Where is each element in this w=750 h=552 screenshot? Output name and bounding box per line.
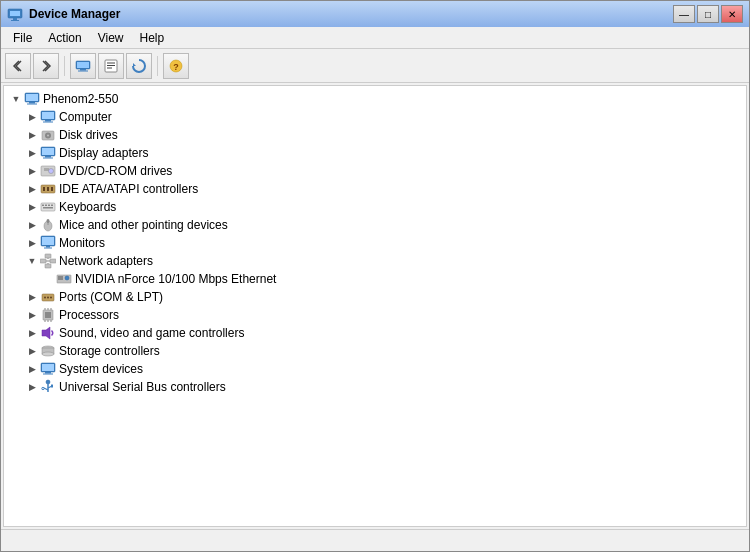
menu-file[interactable]: File [5, 29, 40, 47]
window-title: Device Manager [29, 7, 120, 21]
svg-rect-50 [45, 264, 51, 268]
expander-dvdcdrom[interactable]: ▶ [24, 163, 40, 179]
tree-node-mice[interactable]: ▶ Mice and other pointing devices [4, 216, 746, 234]
expander-root[interactable]: ▼ [8, 91, 24, 107]
svg-marker-71 [42, 327, 50, 339]
monitor-icon [40, 235, 56, 251]
expander-computer[interactable]: ▶ [24, 109, 40, 125]
help-button[interactable]: ? [163, 53, 189, 79]
svg-rect-30 [44, 168, 49, 171]
svg-rect-26 [42, 148, 54, 155]
tree-node-nvidia[interactable]: ▶ NVIDIA nForce 10/100 Mbps Ethernet [4, 270, 746, 288]
svg-rect-51 [40, 259, 46, 263]
scan-button[interactable] [126, 53, 152, 79]
toolbar-separator-1 [64, 56, 65, 76]
close-button[interactable]: ✕ [721, 5, 743, 23]
tree-node-ideata[interactable]: ▶ IDE ATA/ATAPI controllers [4, 180, 746, 198]
node-label-ports: Ports (COM & LPT) [59, 290, 163, 304]
tree-node-processors[interactable]: ▶ Processors [4, 306, 746, 324]
node-label-dvdcdrom: DVD/CD-ROM drives [59, 164, 172, 178]
svg-rect-46 [42, 237, 54, 245]
svg-rect-3 [11, 20, 19, 21]
menu-view[interactable]: View [90, 29, 132, 47]
toolbar: ? [1, 49, 749, 83]
tree-node-computer[interactable]: ▶ Computer [4, 108, 746, 126]
node-label-nvidia: NVIDIA nForce 10/100 Mbps Ethernet [75, 272, 276, 286]
expander-diskdrives[interactable]: ▶ [24, 127, 40, 143]
node-label-usb: Universal Serial Bus controllers [59, 380, 226, 394]
tree-node-diskdrives[interactable]: ▶ Disk drives [4, 126, 746, 144]
back-button[interactable] [5, 53, 31, 79]
expander-mice[interactable]: ▶ [24, 217, 40, 233]
expander-keyboards[interactable]: ▶ [24, 199, 40, 215]
expander-sound[interactable]: ▶ [24, 325, 40, 341]
svg-rect-57 [58, 276, 63, 280]
svg-rect-2 [13, 18, 17, 20]
tree-node-monitors[interactable]: ▶ Monitors [4, 234, 746, 252]
svg-rect-7 [78, 70, 88, 71]
svg-point-61 [47, 297, 49, 299]
tree-node-displayadapters[interactable]: ▶ Display adapters [4, 144, 746, 162]
tree-node-ports[interactable]: ▶ Ports (COM & LPT) [4, 288, 746, 306]
svg-rect-47 [46, 246, 50, 248]
expander-networkadapters[interactable]: ▼ [24, 253, 40, 269]
device-tree[interactable]: ▼ Phenom2-550 ▶ Computer ▶ [3, 85, 747, 527]
svg-rect-83 [51, 385, 53, 388]
node-label-networkadapters: Network adapters [59, 254, 153, 268]
tree-node-networkadapters[interactable]: ▼ Network adapters [4, 252, 746, 270]
usb-icon [40, 379, 56, 395]
dvd-icon [40, 163, 56, 179]
svg-rect-77 [45, 372, 51, 374]
svg-rect-78 [43, 374, 53, 375]
svg-rect-15 [26, 94, 38, 101]
tree-node-system[interactable]: ▶ System devices [4, 360, 746, 378]
display-icon [40, 145, 56, 161]
expander-ports[interactable]: ▶ [24, 289, 40, 305]
keyboard-icon [40, 199, 56, 215]
tree-node-sound[interactable]: ▶ Sound, video and game controllers [4, 324, 746, 342]
storage-icon [40, 343, 56, 359]
toolbar-separator-2 [157, 56, 158, 76]
computer-button[interactable] [70, 53, 96, 79]
networkcard-icon [56, 271, 72, 287]
menu-bar: File Action View Help [1, 27, 749, 49]
expander-processors[interactable]: ▶ [24, 307, 40, 323]
svg-point-74 [42, 352, 54, 356]
expander-monitors[interactable]: ▶ [24, 235, 40, 251]
minimize-button[interactable]: — [673, 5, 695, 23]
svg-rect-39 [48, 205, 50, 207]
device-manager-window: Device Manager — □ ✕ File Action View He… [0, 0, 750, 552]
svg-rect-49 [45, 254, 51, 258]
svg-rect-34 [47, 187, 49, 191]
tree-node-usb[interactable]: ▶ Universal Serial Bus controllers [4, 378, 746, 396]
svg-rect-76 [42, 364, 54, 371]
svg-rect-5 [77, 62, 89, 68]
svg-rect-37 [42, 205, 44, 207]
svg-point-44 [47, 219, 50, 223]
expander-displayadapters[interactable]: ▶ [24, 145, 40, 161]
tree-node-storage[interactable]: ▶ Storage controllers [4, 342, 746, 360]
status-bar [1, 529, 749, 551]
svg-rect-52 [50, 259, 56, 263]
maximize-button[interactable]: □ [697, 5, 719, 23]
tree-node-dvdcdrom[interactable]: ▶ DVD/CD-ROM drives [4, 162, 746, 180]
ide-icon [40, 181, 56, 197]
node-label-mice: Mice and other pointing devices [59, 218, 228, 232]
properties-button[interactable] [98, 53, 124, 79]
node-label-processors: Processors [59, 308, 119, 322]
title-bar: Device Manager — □ ✕ [1, 1, 749, 27]
expander-usb[interactable]: ▶ [24, 379, 40, 395]
node-label-storage: Storage controllers [59, 344, 160, 358]
menu-action[interactable]: Action [40, 29, 89, 47]
node-label-system: System devices [59, 362, 143, 376]
expander-ideata[interactable]: ▶ [24, 181, 40, 197]
tree-node-keyboards[interactable]: ▶ Keyboards [4, 198, 746, 216]
svg-rect-17 [27, 104, 37, 105]
tree-node-root[interactable]: ▼ Phenom2-550 [4, 90, 746, 108]
expander-storage[interactable]: ▶ [24, 343, 40, 359]
menu-help[interactable]: Help [132, 29, 173, 47]
svg-rect-20 [45, 120, 51, 122]
expander-system[interactable]: ▶ [24, 361, 40, 377]
network-icon [40, 253, 56, 269]
forward-button[interactable] [33, 53, 59, 79]
